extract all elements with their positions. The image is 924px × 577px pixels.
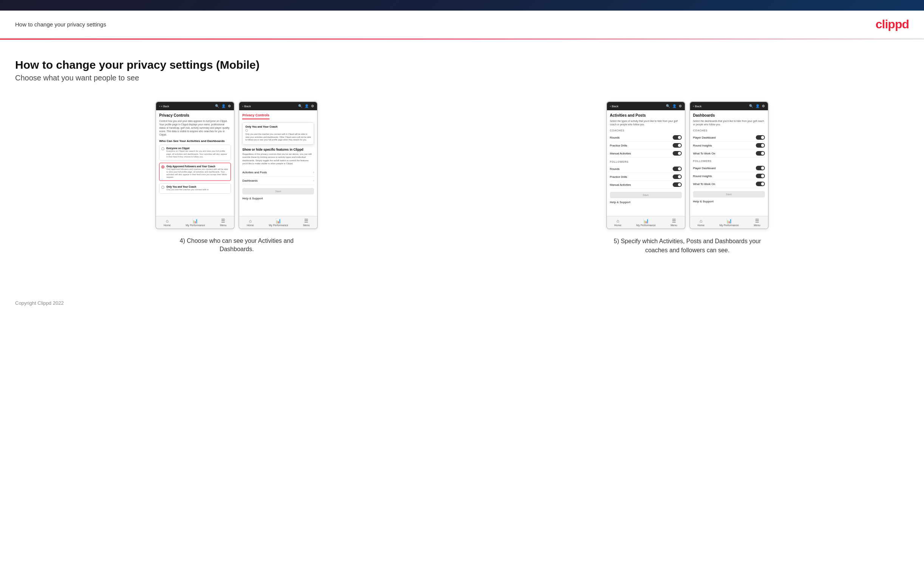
footer-perf-label-4: My Performance <box>720 224 739 227</box>
footer-home-label-2: Home <box>247 224 254 227</box>
footer-home-4[interactable]: ⌂ Home <box>697 218 704 227</box>
perf-icon-2: 📊 <box>276 218 281 224</box>
help-support-2: Help & Support <box>242 195 314 202</box>
footer-menu-2[interactable]: ☰ Menu <box>303 218 310 227</box>
coaches-manual-toggle[interactable] <box>673 151 682 156</box>
who-can-see-title: Who Can See Your Activities and Dashboar… <box>159 139 231 143</box>
save-button-2[interactable]: Save <box>242 188 314 195</box>
screens-pair-5: ‹ Back 🔍 👤 ⚙ Activities and Posts Select… <box>606 101 769 229</box>
radio-label-2: Only Approved Followers and Your Coach <box>166 165 229 168</box>
back-button-2[interactable]: ‹ Back <box>242 105 251 108</box>
footer-home-2[interactable]: ⌂ Home <box>247 218 254 227</box>
header: How to change your privacy settings clip… <box>0 11 924 39</box>
radio-content-1: Everyone on Clippd Everyone on Clippd ca… <box>166 147 229 158</box>
back-button-3[interactable]: ‹ Back <box>610 105 619 108</box>
coaches-what-to-work-toggle[interactable] <box>756 151 765 156</box>
followers-manual-row: Manual Activities <box>610 181 682 189</box>
screens-pair-4: ‹ < Back 🔍 👤 ⚙ Privacy Controls Control … <box>155 101 318 229</box>
back-button-1[interactable]: ‹ < Back <box>159 105 169 108</box>
coaches-drills-toggle[interactable] <box>673 143 682 148</box>
dashboards-title: Dashboards <box>693 113 765 118</box>
radio-only-you[interactable]: Only You and Your Coach Only you and the… <box>159 183 231 193</box>
phone-body-4: Dashboards Select the dashboards that yo… <box>690 110 768 216</box>
search-icon-4[interactable]: 🔍 <box>749 104 753 108</box>
footer-perf-label-2: My Performance <box>269 224 288 227</box>
footer-perf-4[interactable]: 📊 My Performance <box>720 218 739 227</box>
tooltip-radio-circle <box>245 129 248 132</box>
followers-what-to-work-row: What To Work On <box>693 180 765 188</box>
footer-home-label-1: Home <box>164 224 171 227</box>
radio-approved[interactable]: Only Approved Followers and Your Coach O… <box>159 163 231 181</box>
phone-footer-4: ⌂ Home 📊 My Performance ☰ Menu <box>690 216 768 229</box>
radio-content-2: Only Approved Followers and Your Coach O… <box>166 165 229 179</box>
coaches-player-toggle[interactable] <box>756 135 765 140</box>
phone-screen-4: ‹ Back 🔍 👤 ⚙ Dashboards Select the dashb… <box>689 101 769 229</box>
coaches-rounds-toggle[interactable] <box>673 135 682 140</box>
coaches-round-insights-toggle[interactable] <box>756 143 765 148</box>
phone-body-2: Privacy Controls Only You and Your Coach… <box>239 110 317 216</box>
footer-menu-4[interactable]: ☰ Menu <box>754 218 760 227</box>
search-icon-3[interactable]: 🔍 <box>666 104 670 108</box>
footer-menu-3[interactable]: ☰ Menu <box>670 218 677 227</box>
radio-everyone[interactable]: Everyone on Clippd Everyone on Clippd ca… <box>159 145 231 160</box>
tooltip-box: Only You and Your Coach Only you and the… <box>242 122 314 145</box>
help-support-3: Help & Support <box>610 198 682 206</box>
save-button-4[interactable]: Save <box>693 191 765 198</box>
phone-footer-1: ⌂ Home 📊 My Performance ☰ Menu <box>156 216 234 229</box>
settings-icon-3[interactable]: ⚙ <box>679 104 682 108</box>
phone-icons-3: 🔍 👤 ⚙ <box>666 104 682 108</box>
user-icon-3[interactable]: 👤 <box>672 104 677 108</box>
phone-screen-1: ‹ < Back 🔍 👤 ⚙ Privacy Controls Control … <box>155 101 235 229</box>
back-button-4[interactable]: ‹ Back <box>693 105 702 108</box>
footer-home-1[interactable]: ⌂ Home <box>164 218 171 227</box>
footer-perf-2[interactable]: 📊 My Performance <box>269 218 288 227</box>
phone-header-3: ‹ Back 🔍 👤 ⚙ <box>607 102 685 110</box>
nav-activities[interactable]: Activities and Posts › <box>242 168 314 177</box>
coaches-manual-row: Manual Activities <box>610 150 682 158</box>
search-icon-1[interactable]: 🔍 <box>215 104 219 108</box>
footer-perf-label-1: My Performance <box>186 224 205 227</box>
footer-perf-3[interactable]: 📊 My Performance <box>636 218 656 227</box>
followers-player-toggle[interactable] <box>756 166 765 170</box>
followers-rounds-row: Rounds <box>610 165 682 173</box>
followers-round-insights-row: Round Insights <box>693 172 765 180</box>
phone-body-1: Privacy Controls Control how you and you… <box>156 110 234 216</box>
nav-dashboards-chevron: › <box>313 179 314 182</box>
top-bar <box>0 0 924 11</box>
phone-header-2: ‹ Back 🔍 👤 ⚙ <box>239 102 317 110</box>
footer-menu-label-3: Menu <box>670 224 677 227</box>
followers-what-to-work-label: What To Work On <box>693 182 716 186</box>
save-button-3[interactable]: Save <box>610 192 682 198</box>
followers-round-insights-toggle[interactable] <box>756 174 765 178</box>
phone-icons-1: 🔍 👤 ⚙ <box>215 104 231 108</box>
home-icon-2: ⌂ <box>249 218 252 224</box>
settings-icon-2[interactable]: ⚙ <box>311 104 314 108</box>
coaches-player-label: Player Dashboard <box>693 136 716 139</box>
step-4-group: ‹ < Back 🔍 👤 ⚙ Privacy Controls Control … <box>15 101 459 254</box>
coaches-round-insights-row: Round Insights <box>693 142 765 150</box>
followers-manual-toggle[interactable] <box>673 182 682 187</box>
followers-manual-label: Manual Activities <box>610 183 631 187</box>
footer-menu-label-1: Menu <box>220 224 227 227</box>
phone-icons-2: 🔍 👤 ⚙ <box>298 104 314 108</box>
user-icon-2[interactable]: 👤 <box>305 104 309 108</box>
nav-activities-label: Activities and Posts <box>242 171 267 174</box>
back-label-1: < Back <box>161 105 169 108</box>
page-title: How to change your privacy settings (Mob… <box>15 58 909 71</box>
nav-dashboards[interactable]: Dashboards › <box>242 177 314 185</box>
followers-what-to-work-toggle[interactable] <box>756 182 765 186</box>
footer-home-3[interactable]: ⌂ Home <box>614 218 621 227</box>
followers-rounds-toggle[interactable] <box>673 166 682 171</box>
user-icon-4[interactable]: 👤 <box>756 104 759 108</box>
radio-desc-3: Only you and the coaches you connect wit… <box>166 189 208 191</box>
followers-drills-toggle[interactable] <box>673 174 682 179</box>
user-icon-1[interactable]: 👤 <box>221 104 226 108</box>
settings-icon-4[interactable]: ⚙ <box>762 104 765 108</box>
footer-menu-1[interactable]: ☰ Menu <box>220 218 227 227</box>
settings-icon-1[interactable]: ⚙ <box>228 104 231 108</box>
search-icon-2[interactable]: 🔍 <box>298 104 302 108</box>
phone-footer-2: ⌂ Home 📊 My Performance ☰ Menu <box>239 216 317 229</box>
footer-perf-1[interactable]: 📊 My Performance <box>186 218 205 227</box>
menu-icon-1: ☰ <box>221 218 225 224</box>
phone-body-3: Activities and Posts Select the types of… <box>607 110 685 216</box>
